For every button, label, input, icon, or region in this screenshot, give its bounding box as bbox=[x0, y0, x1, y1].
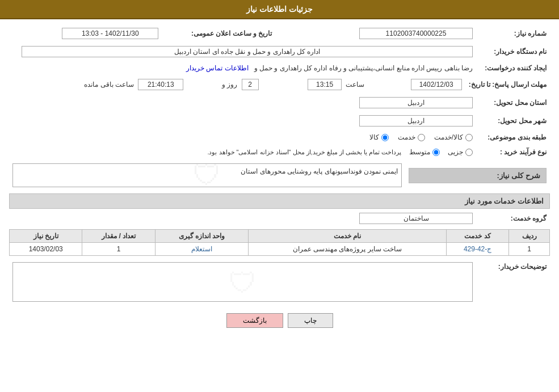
process-full-text: پرداخت تمام یا بخشی از مبلغ خرید,از محل … bbox=[207, 149, 401, 156]
remaining-label: ساعت باقی مانده bbox=[82, 81, 136, 88]
page-wrapper: جزئیات اطلاعات نیاز شماره نیاز: 11020037… bbox=[0, 0, 559, 392]
buyer-org-input: اداره کل راهداری و حمل و نقل جاده ای است… bbox=[22, 46, 473, 57]
description-value: ایمنی نمودن فونداسیونهای پایه روشنایی مح… bbox=[241, 167, 398, 175]
need-number-value: 1102003740000225 bbox=[298, 26, 476, 41]
row-date: 1403/02/03 bbox=[10, 243, 82, 256]
deadline-label: مهلت ارسال پاسخ: تا تاریخ: bbox=[465, 77, 550, 92]
category-goods-radio[interactable] bbox=[381, 134, 389, 141]
content-area: شماره نیاز: 1102003740000225 تاریخ و ساع… bbox=[0, 19, 559, 335]
row-name: ساخت سایر پروژه‌های مهندسی عمران bbox=[249, 243, 447, 256]
service-group-input: ساختمان bbox=[359, 213, 473, 224]
category-radio-group: کالا/خدمت خدمت کالا bbox=[12, 133, 473, 141]
requester-label: ایجاد کننده درخواست: bbox=[476, 62, 550, 74]
buyer-org-row: نام دستگاه خریدار: اداره کل راهداری و حم… bbox=[9, 44, 550, 59]
watermark-icon: 🛡 bbox=[193, 159, 221, 192]
province-row: استان محل تحویل: اردبیل bbox=[9, 95, 550, 110]
col-unit: واحد اندازه گیری bbox=[155, 230, 248, 243]
requester-row: ایجاد کننده درخواست: رضا بناهی رییس ادار… bbox=[9, 62, 550, 74]
print-button[interactable]: چاپ bbox=[288, 313, 333, 328]
process-partial-option[interactable]: جزیی bbox=[448, 148, 473, 156]
description-section-label: شرح کلی نیاز: bbox=[409, 168, 547, 183]
category-goods-service-radio[interactable] bbox=[465, 134, 473, 141]
province-input: اردبیل bbox=[359, 97, 473, 108]
category-goods-option[interactable]: کالا bbox=[369, 133, 389, 141]
need-number-row: شماره نیاز: 1102003740000225 تاریخ و ساع… bbox=[9, 26, 550, 41]
city-label: شهر محل تحویل: bbox=[476, 113, 550, 128]
category-goods-service-option[interactable]: کالا/خدمت bbox=[434, 133, 473, 141]
row-code: ج-42-429 bbox=[446, 243, 509, 256]
page-header: جزئیات اطلاعات نیاز bbox=[0, 0, 559, 19]
back-button[interactable]: بازگشت bbox=[226, 313, 283, 328]
page-title: جزئیات اطلاعات نیاز bbox=[246, 5, 313, 14]
announce-value: 1402/11/30 - 13:03 bbox=[9, 26, 162, 41]
requester-contact-link[interactable]: اطلاعات تماس خریدار bbox=[186, 64, 249, 72]
category-label: طبقه بندی موضوعی: bbox=[476, 132, 550, 143]
announce-label: تاریخ و ساعت اعلان عمومی: bbox=[162, 26, 275, 41]
col-row: ردیف bbox=[509, 230, 550, 243]
buyer-notes-label: توضیحات خریدار: bbox=[476, 260, 550, 305]
col-date: تاریخ نیاز bbox=[10, 230, 82, 243]
buyer-notes-textarea[interactable] bbox=[12, 262, 473, 302]
deadline-counter-input: 21:40:13 bbox=[138, 79, 183, 90]
requester-name: رضا بناهی رییس اداره منابع انسانی،پشتیبا… bbox=[254, 64, 473, 72]
process-label: نوع فرآیند خرید : bbox=[476, 146, 550, 158]
service-group-label: گروه خدمت: bbox=[476, 211, 550, 226]
services-section-header: اطلاعات خدمات مورد نیاز bbox=[9, 193, 550, 209]
description-row: شرح کلی نیاز: 🛡 ایمنی نمودن فونداسیونهای… bbox=[9, 161, 550, 189]
buyer-notes-row: توضیحات خریدار: 🛡 bbox=[9, 260, 550, 305]
need-number-label: شماره نیاز: bbox=[476, 26, 550, 41]
time-label: ساعت bbox=[343, 81, 367, 88]
col-name: نام خدمت bbox=[249, 230, 447, 243]
process-row: نوع فرآیند خرید : جزیی متوسط پرداخت تمام… bbox=[9, 146, 550, 158]
row-qty: 1 bbox=[82, 243, 155, 256]
deadline-row: مهلت ارسال پاسخ: تا تاریخ: 1402/12/03 سا… bbox=[9, 77, 550, 92]
deadline-date-cell: 1402/12/03 bbox=[370, 77, 465, 92]
city-input: اردبیل bbox=[359, 115, 473, 127]
process-medium-option[interactable]: متوسط bbox=[409, 148, 440, 156]
city-row: شهر محل تحویل: اردبیل bbox=[9, 113, 550, 128]
col-code: کد خدمت bbox=[446, 230, 509, 243]
province-label: استان محل تحویل: bbox=[476, 95, 550, 110]
process-partial-radio[interactable] bbox=[465, 149, 473, 156]
category-row: طبقه بندی موضوعی: کالا/خدمت خدمت bbox=[9, 132, 550, 143]
row-unit: استعلام bbox=[155, 243, 248, 256]
announce-input: 1402/11/30 - 13:03 bbox=[62, 28, 158, 39]
buttons-row: چاپ بازگشت bbox=[9, 313, 550, 328]
need-number-input: 1102003740000225 bbox=[359, 28, 473, 39]
row-number: 1 bbox=[509, 243, 550, 256]
process-medium-radio[interactable] bbox=[432, 149, 440, 156]
category-service-option[interactable]: خدمت bbox=[398, 133, 425, 141]
service-group-row: گروه خدمت: ساختمان bbox=[9, 211, 550, 226]
deadline-days-input: 2 bbox=[242, 79, 259, 90]
category-service-radio[interactable] bbox=[418, 134, 425, 141]
services-table: ردیف کد خدمت نام خدمت واحد اندازه گیری ت… bbox=[9, 229, 550, 256]
col-qty: تعداد / مقدار bbox=[82, 230, 155, 243]
description-box: 🛡 ایمنی نمودن فونداسیونهای پایه روشنایی … bbox=[12, 163, 402, 187]
table-row: 1 ج-42-429 ساخت سایر پروژه‌های مهندسی عم… bbox=[10, 243, 550, 256]
days-label: روز و bbox=[220, 81, 239, 88]
deadline-date-input: 1402/12/03 bbox=[411, 79, 462, 90]
buyer-org-label: نام دستگاه خریدار: bbox=[476, 44, 550, 59]
process-radio-group: جزیی متوسط پرداخت تمام یا بخشی از مبلغ خ… bbox=[12, 148, 473, 156]
deadline-time-input: 13:15 bbox=[308, 79, 342, 90]
